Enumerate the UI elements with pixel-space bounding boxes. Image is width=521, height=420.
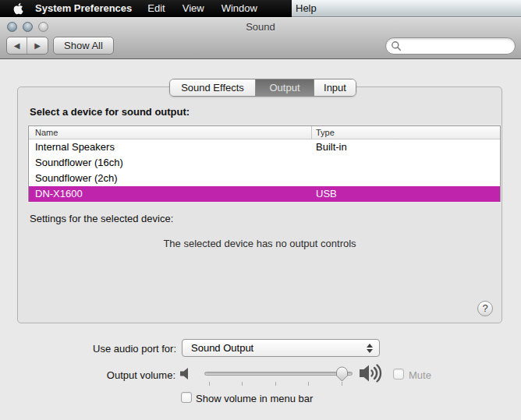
search-field[interactable] bbox=[385, 37, 516, 55]
slider-tick bbox=[242, 382, 243, 386]
menu-item-app-name[interactable]: System Preferences bbox=[35, 0, 132, 17]
audio-port-label: Use audio port for: bbox=[0, 343, 176, 355]
tab-sound-effects[interactable]: Sound Effects bbox=[170, 79, 255, 96]
tab-output[interactable]: Output bbox=[255, 79, 314, 96]
column-header-type[interactable]: Type bbox=[316, 128, 335, 137]
show-all-button[interactable]: Show All bbox=[53, 37, 114, 55]
mute-label: Mute bbox=[409, 369, 431, 381]
table-row-internal-speakers[interactable]: Internal Speakers Built-in bbox=[29, 139, 500, 155]
no-output-controls-text: The selected device has no output contro… bbox=[17, 238, 502, 249]
column-header-name[interactable]: Name bbox=[35, 128, 58, 137]
title-bar: Sound ◀ ▶ Show All bbox=[0, 17, 521, 59]
menu-bar-right-section: Help bbox=[292, 0, 521, 17]
window-title: Sound bbox=[0, 21, 521, 33]
menu-item-help[interactable]: Help bbox=[296, 2, 317, 14]
tab-input[interactable]: Input bbox=[314, 79, 356, 96]
table-row-soundflower-16ch[interactable]: Soundflower (16ch) bbox=[29, 155, 500, 171]
nav-back-forward: ◀ ▶ bbox=[6, 37, 48, 55]
speaker-loud-icon bbox=[359, 362, 384, 387]
apple-icon[interactable] bbox=[13, 2, 24, 15]
settings-label: Settings for the selected device: bbox=[30, 213, 173, 224]
output-volume-label: Output volume: bbox=[0, 369, 175, 381]
menu-item-window[interactable]: Window bbox=[222, 0, 257, 17]
menu-item-edit[interactable]: Edit bbox=[147, 0, 165, 17]
back-button[interactable]: ◀ bbox=[7, 37, 27, 54]
table-row-soundflower-2ch[interactable]: Soundflower (2ch) bbox=[29, 171, 500, 186]
slider-tick bbox=[308, 382, 309, 386]
volume-slider-track[interactable] bbox=[204, 372, 353, 376]
volume-slider-thumb[interactable] bbox=[335, 366, 349, 385]
popup-stepper-icon bbox=[366, 343, 373, 354]
tab-bar: Sound Effects Output Input bbox=[169, 79, 356, 97]
help-button[interactable]: ? bbox=[477, 301, 493, 316]
mute-checkbox[interactable] bbox=[393, 369, 404, 379]
search-icon bbox=[391, 41, 402, 51]
audio-port-popup[interactable]: Sound Output bbox=[182, 339, 380, 357]
slider-tick bbox=[275, 382, 276, 386]
table-header: Name Type bbox=[29, 126, 500, 139]
table-row-dn-x1600[interactable]: DN-X1600 USB bbox=[29, 186, 500, 202]
output-panel bbox=[17, 86, 502, 323]
search-input[interactable] bbox=[404, 40, 521, 52]
show-volume-label: Show volume in menu bar bbox=[196, 393, 313, 404]
audio-port-value: Sound Output bbox=[191, 342, 253, 354]
column-divider bbox=[311, 126, 312, 139]
slider-tick bbox=[209, 382, 210, 386]
show-volume-checkbox[interactable] bbox=[181, 392, 192, 403]
select-device-label: Select a device for sound output: bbox=[30, 106, 190, 118]
speaker-low-icon bbox=[179, 367, 193, 383]
forward-button[interactable]: ▶ bbox=[27, 37, 48, 54]
device-table: Name Type Internal Speakers Built-in Sou… bbox=[28, 125, 501, 202]
menu-item-view[interactable]: View bbox=[183, 0, 204, 17]
